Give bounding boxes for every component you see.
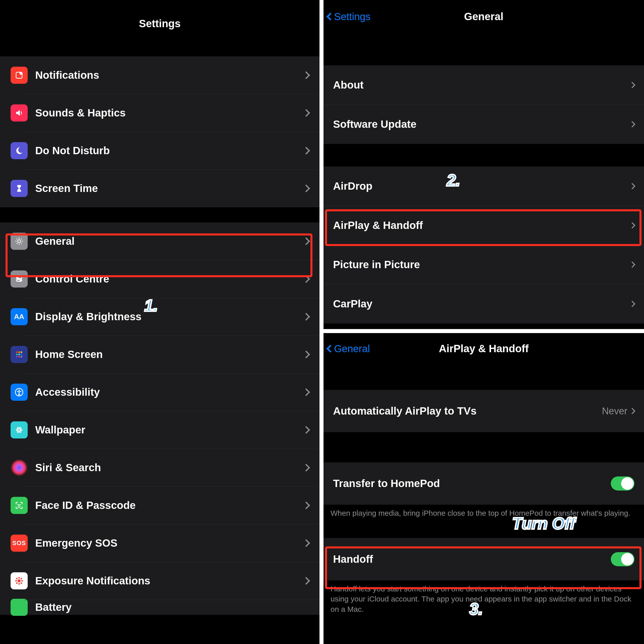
chevron-right-icon <box>302 539 310 547</box>
row-sos[interactable]: SOS Emergency SOS <box>0 524 319 562</box>
screentime-icon <box>11 180 28 197</box>
row-label: About <box>333 79 630 91</box>
svg-point-29 <box>17 578 17 579</box>
row-label: Sounds & Haptics <box>35 107 303 119</box>
row-label: Screen Time <box>35 182 303 194</box>
svg-point-24 <box>18 579 21 582</box>
chevron-right-icon <box>629 301 635 307</box>
chevron-right-icon <box>302 109 310 117</box>
homescreen-icon <box>11 346 28 363</box>
general-group-1: About Software Update <box>324 65 644 144</box>
settings-group-1: Notifications Sounds & Haptics Do Not Di… <box>0 56 319 207</box>
row-notifications[interactable]: Notifications <box>0 56 319 94</box>
row-display[interactable]: AA Display & Brightness <box>0 298 319 336</box>
row-value: Never <box>602 406 627 417</box>
chevron-right-icon <box>302 577 310 585</box>
sos-icon: SOS <box>11 535 28 552</box>
controlcentre-icon <box>11 270 28 288</box>
toggle-switch[interactable] <box>611 476 634 491</box>
svg-point-32 <box>21 583 22 584</box>
notifications-icon <box>11 67 28 84</box>
group-handoff: Handoff <box>324 538 644 580</box>
row-exposure[interactable]: Exposure Notifications <box>0 562 319 600</box>
row-label: Handoff <box>333 553 611 565</box>
row-carplay[interactable]: CarPlay <box>324 284 644 324</box>
row-label: Do Not Disturb <box>35 145 303 157</box>
chevron-right-icon <box>629 82 635 88</box>
svg-point-1 <box>20 72 22 74</box>
exposure-icon <box>11 572 28 589</box>
general-icon <box>11 233 28 250</box>
row-label: Face ID & Passcode <box>35 499 303 511</box>
row-airplay-handoff[interactable]: AirPlay & Handoff <box>324 206 644 245</box>
row-software-update[interactable]: Software Update <box>324 105 644 144</box>
settings-group-2: General Control Centre AA Display & Brig… <box>0 222 319 615</box>
row-sounds[interactable]: Sounds & Haptics <box>0 94 319 132</box>
svg-point-22 <box>18 504 18 505</box>
svg-rect-15 <box>21 356 22 357</box>
row-accessibility[interactable]: Accessibility <box>0 373 319 411</box>
row-pip[interactable]: Picture in Picture <box>324 245 644 284</box>
chevron-right-icon <box>302 388 310 396</box>
toggle-switch[interactable] <box>611 552 634 566</box>
wallpaper-icon <box>11 421 28 438</box>
accessibility-icon <box>11 384 28 401</box>
chevron-right-icon <box>302 464 310 471</box>
settings-root-screen: Settings Notifications Sounds & Haptics <box>0 0 319 644</box>
svg-point-19 <box>16 429 22 431</box>
row-homescreen[interactable]: Home Screen <box>0 336 319 373</box>
row-label: Software Update <box>333 118 630 130</box>
general-screen: Settings General About Software Update A… <box>324 0 644 329</box>
row-label: Emergency SOS <box>35 537 303 549</box>
svg-rect-11 <box>18 354 20 355</box>
row-handoff[interactable]: Handoff <box>324 538 644 580</box>
row-transfer-homepod[interactable]: Transfer to HomePod <box>324 462 644 505</box>
back-button[interactable]: Settings <box>328 11 371 22</box>
row-about[interactable]: About <box>324 65 644 105</box>
chevron-right-icon <box>629 121 635 127</box>
siri-icon <box>11 459 28 476</box>
svg-rect-9 <box>21 351 22 353</box>
row-faceid[interactable]: Face ID & Passcode <box>0 487 319 524</box>
row-controlcentre[interactable]: Control Centre <box>0 260 319 298</box>
row-battery[interactable]: Battery <box>0 600 319 615</box>
svg-rect-7 <box>16 351 18 353</box>
back-button[interactable]: General <box>328 343 370 354</box>
row-siri[interactable]: Siri & Search <box>0 449 319 487</box>
nav-title: Settings <box>139 18 181 30</box>
chevron-right-icon <box>302 71 310 79</box>
chevron-right-icon <box>629 183 635 189</box>
row-label: Battery <box>35 601 309 613</box>
chevron-right-icon <box>302 237 310 245</box>
chevron-right-icon <box>302 426 310 434</box>
row-label: Picture in Picture <box>333 259 630 271</box>
svg-point-6 <box>20 280 21 281</box>
svg-rect-13 <box>16 356 18 357</box>
svg-point-27 <box>16 581 17 581</box>
chevron-right-icon <box>302 184 310 192</box>
faceid-icon <box>11 497 28 514</box>
row-airdrop[interactable]: AirDrop <box>324 167 644 206</box>
row-label: Transfer to HomePod <box>333 477 611 490</box>
row-screentime[interactable]: Screen Time <box>0 170 319 207</box>
svg-point-25 <box>19 578 20 578</box>
row-label: AirDrop <box>333 180 630 192</box>
row-label: Siri & Search <box>35 462 303 474</box>
row-wallpaper[interactable]: Wallpaper <box>0 411 319 449</box>
row-label: Notifications <box>35 69 303 81</box>
back-label: Settings <box>334 11 371 22</box>
row-dnd[interactable]: Do Not Disturb <box>0 132 319 170</box>
svg-point-26 <box>19 584 20 584</box>
row-label: General <box>35 235 303 247</box>
chevron-right-icon <box>629 261 635 268</box>
chevron-right-icon <box>302 350 310 358</box>
svg-point-5 <box>17 277 18 278</box>
group-transfer: Transfer to HomePod <box>324 462 644 505</box>
svg-point-23 <box>20 504 21 505</box>
svg-point-31 <box>17 583 17 584</box>
chevron-right-icon <box>302 147 310 154</box>
row-general[interactable]: General <box>0 222 319 260</box>
chevron-right-icon <box>629 408 635 414</box>
row-auto-airplay[interactable]: Automatically AirPlay to TVs Never <box>324 390 644 432</box>
row-label: Control Centre <box>35 273 303 285</box>
